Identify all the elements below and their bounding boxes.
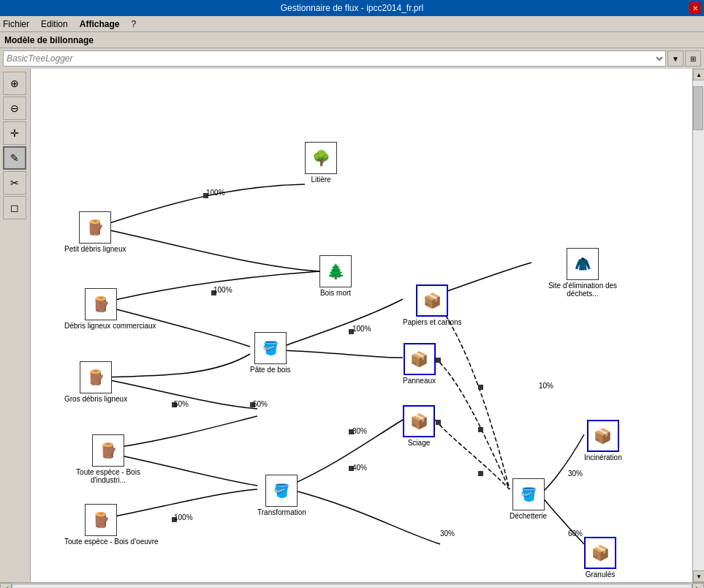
section-header: Modèle de billonnage	[0, 32, 704, 48]
main-layout: ⊕ ⊖ ✛ ✎ ✂ ◻	[0, 69, 704, 582]
menu-fichier[interactable]: Fichier	[3, 19, 29, 29]
node-label-site-elimination: Site d'élimination des déchets...	[531, 282, 634, 298]
node-litiere[interactable]: 🌳 Litière	[305, 142, 337, 184]
node-site-elimination[interactable]: 🧥 Site d'élimination des déchets...	[531, 248, 634, 298]
svg-rect-8	[436, 420, 441, 425]
node-box-debris-ligneux-com: 🪵	[85, 288, 117, 320]
canvas-area[interactable]: 🌳 Litière 🪵 Petit débris ligneux 🌲 Bois …	[31, 69, 692, 582]
node-box-site-elimination: 🧥	[567, 248, 599, 280]
node-label-bois-mort: Bois mort	[320, 289, 351, 297]
scroll-down-button[interactable]: ▼	[693, 570, 704, 582]
node-toute-espece-industri[interactable]: 🪵 Toute espèce - Bois d'industri...	[64, 434, 152, 484]
node-sciage[interactable]: 📦 Sciage	[403, 405, 435, 447]
select-tool[interactable]: ◻	[3, 196, 26, 219]
pct-100-oeuvre: 100%	[174, 513, 193, 521]
node-toute-espece-oeuvre[interactable]: 🪵 Toute espèce - Bois d'oeuvre	[64, 504, 137, 546]
pct-30-incineration: 30%	[568, 470, 583, 478]
node-box-toute-espece-industri: 🪵	[92, 434, 124, 467]
node-petit-debris[interactable]: 🪵 Petit débris ligneux	[64, 211, 126, 253]
node-label-sciage: Sciage	[408, 439, 431, 447]
node-label-toute-espece-industri: Toute espèce - Bois d'industri...	[64, 468, 152, 484]
svg-rect-12	[478, 427, 483, 432]
cut-tool[interactable]: ✂	[3, 171, 26, 195]
node-box-gros-debris: 🪵	[80, 361, 112, 393]
pct-50-right: 50%	[253, 400, 268, 408]
node-label-granules: Granulés	[586, 570, 616, 578]
dropdown-icon-button[interactable]: ⊞	[685, 50, 701, 67]
left-toolbar: ⊕ ⊖ ✛ ✎ ✂ ◻	[0, 69, 31, 582]
svg-rect-13	[478, 471, 483, 476]
dropdown-arrow-button[interactable]: ▼	[667, 50, 684, 67]
move-tool[interactable]: ✛	[3, 121, 26, 145]
pct-100-bois-mort: 100%	[213, 286, 232, 294]
pct-100-litiere: 100%	[206, 189, 225, 197]
scroll-thumb-vertical[interactable]	[693, 86, 703, 130]
close-button[interactable]: ✕	[689, 2, 701, 14]
scroll-track-horizontal[interactable]	[12, 584, 692, 588]
node-box-dechetterie: 🪣	[512, 478, 545, 510]
svg-rect-9	[436, 358, 441, 363]
zoom-out-tool[interactable]: ⊖	[3, 97, 26, 120]
scroll-left-button[interactable]: ◀	[0, 583, 12, 588]
pct-50-left: 50%	[174, 400, 189, 408]
node-pate-de-bois[interactable]: 🪣 Pâte de bois	[250, 332, 291, 374]
node-box-incineration: 📦	[587, 420, 619, 452]
node-granules[interactable]: 📦 Granulés	[584, 537, 616, 578]
scroll-right-button[interactable]: ▶	[692, 583, 704, 588]
node-label-litiere: Litière	[311, 176, 330, 184]
node-label-incineration: Incinération	[584, 453, 622, 461]
node-box-sciage: 📦	[403, 405, 435, 437]
node-panneaux[interactable]: 📦 Panneaux	[403, 343, 436, 385]
node-box-toute-espece-oeuvre: 🪵	[85, 504, 117, 536]
menu-edition[interactable]: Edition	[41, 19, 68, 29]
menu-affichage[interactable]: Affichage	[80, 19, 120, 29]
node-dechetterie[interactable]: 🪣 Déchetterie	[510, 478, 547, 520]
node-transformation[interactable]: 🪣 Transformation	[257, 475, 306, 516]
node-label-transformation: Transformation	[257, 508, 306, 516]
node-box-litiere: 🌳	[305, 142, 337, 174]
section-label: Modèle de billonnage	[4, 35, 94, 45]
node-label-petit-debris: Petit débris ligneux	[64, 245, 126, 253]
pct-10: 10%	[539, 382, 553, 390]
node-box-petit-debris: 🪵	[79, 211, 111, 244]
node-gros-debris[interactable]: 🪵 Gros débris ligneux	[64, 361, 127, 403]
pct-100-pate: 100%	[352, 325, 371, 333]
window-title: Gestionnaire de flux - ipcc2014_fr.prl	[281, 3, 423, 13]
node-label-toute-espece-oeuvre: Toute espèce - Bois d'oeuvre	[64, 538, 137, 546]
node-label-papiers-cartons: Papiers et cartons	[403, 318, 462, 326]
node-box-granules: 📦	[584, 537, 616, 569]
horizontal-scrollbar: ◀ ▶	[0, 583, 704, 588]
pct-30-sciage: 30%	[352, 427, 367, 435]
menu-help[interactable]: ?	[131, 19, 136, 29]
scroll-track-vertical[interactable]	[693, 80, 704, 570]
node-box-bois-mort: 🌲	[319, 255, 352, 287]
node-box-papiers-cartons: 📦	[416, 284, 448, 317]
node-papiers-cartons[interactable]: 📦 Papiers et cartons	[403, 284, 462, 326]
node-label-debris-ligneux-com: Débris ligneux commerciaux	[64, 322, 137, 330]
zoom-in-tool[interactable]: ⊕	[3, 72, 26, 95]
right-scrollbar: ▲ ▼	[692, 69, 704, 582]
svg-rect-11	[478, 385, 483, 390]
model-dropdown[interactable]: BasicTreeLogger	[3, 50, 666, 67]
title-bar: Gestionnaire de flux - ipcc2014_fr.prl ✕	[0, 0, 704, 16]
node-bois-mort[interactable]: 🌲 Bois mort	[319, 255, 352, 297]
node-label-panneaux: Panneaux	[403, 377, 436, 385]
menu-bar: Fichier Edition Affichage ?	[0, 16, 704, 32]
node-label-pate-de-bois: Pâte de bois	[250, 366, 291, 374]
pct-60: 60%	[568, 529, 583, 538]
pct-40: 40%	[352, 464, 367, 472]
pct-30-transform: 30%	[440, 529, 455, 538]
node-box-panneaux: 📦	[404, 343, 436, 375]
node-box-transformation: 🪣	[265, 475, 298, 507]
bottom-area: ◀ ▶ - 30 40 50 60 70 80 90 100 +	[0, 582, 704, 588]
edit-tool[interactable]: ✎	[3, 146, 26, 170]
node-label-gros-debris: Gros débris ligneux	[64, 395, 127, 403]
scroll-up-button[interactable]: ▲	[693, 69, 704, 80]
node-label-dechetterie: Déchetterie	[510, 512, 547, 520]
node-incineration[interactable]: 📦 Incinération	[584, 420, 622, 461]
node-box-pate-de-bois: 🪣	[254, 332, 287, 364]
dropdown-row: BasicTreeLogger ▼ ⊞	[0, 48, 704, 69]
node-debris-ligneux-com[interactable]: 🪵 Débris ligneux commerciaux	[64, 288, 137, 330]
